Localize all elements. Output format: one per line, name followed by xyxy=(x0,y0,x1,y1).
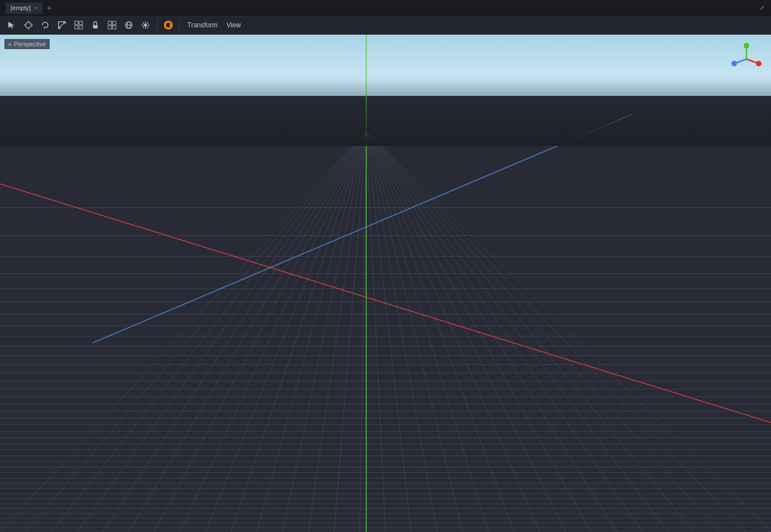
tab-area: [empty] × + xyxy=(4,2,758,14)
perspective-text: Perspective xyxy=(14,41,46,47)
svg-rect-12 xyxy=(108,21,111,25)
title-bar: [empty] × + ⤢ xyxy=(0,0,771,16)
svg-rect-11 xyxy=(93,25,98,28)
lock-button[interactable] xyxy=(88,18,103,32)
horizon-fade xyxy=(0,79,771,146)
orientation-gizmo[interactable]: Z X Y xyxy=(730,42,763,76)
svg-rect-7 xyxy=(75,21,78,25)
svg-line-6 xyxy=(59,22,65,28)
tab-close-button[interactable]: × xyxy=(34,5,37,11)
toolbar-separator-2 xyxy=(179,20,180,31)
title-bar-controls: ⤢ xyxy=(758,3,767,12)
new-tab-button[interactable]: + xyxy=(43,3,55,12)
perspective-label[interactable]: ≡ Perspective xyxy=(4,39,50,49)
perspective-icon: ≡ xyxy=(8,41,12,47)
svg-rect-13 xyxy=(113,21,116,25)
transform-menu-button[interactable]: Transform xyxy=(184,20,221,30)
extra-button[interactable] xyxy=(138,18,153,32)
blender-logo[interactable] xyxy=(162,19,174,31)
viewport[interactable]: ≡ Perspective Z X Y xyxy=(0,35,771,532)
scene-tab[interactable]: [empty] × xyxy=(4,2,43,14)
svg-text:Z: Z xyxy=(732,62,735,66)
svg-rect-15 xyxy=(113,26,116,29)
scale-snap-button[interactable] xyxy=(55,18,69,32)
toolbar: Transform View xyxy=(0,16,771,35)
svg-line-27 xyxy=(147,22,149,24)
snap-tool-button[interactable] xyxy=(21,18,36,32)
svg-point-31 xyxy=(169,24,172,26)
view-menu-button[interactable]: View xyxy=(223,20,244,30)
rotate-snap-button[interactable] xyxy=(38,18,52,32)
svg-text:X: X xyxy=(757,62,759,66)
maximize-button[interactable]: ⤢ xyxy=(758,3,767,12)
grid-button[interactable] xyxy=(71,18,86,32)
svg-point-20 xyxy=(144,24,147,26)
svg-line-26 xyxy=(147,26,149,28)
svg-rect-14 xyxy=(108,26,111,29)
svg-line-25 xyxy=(143,22,144,24)
select-tool-button[interactable] xyxy=(4,18,19,32)
svg-rect-9 xyxy=(75,26,78,29)
global-button[interactable] xyxy=(122,18,136,32)
svg-point-1 xyxy=(26,22,31,28)
tab-label: [empty] xyxy=(11,4,31,11)
toolbar-separator-1 xyxy=(157,20,158,31)
svg-line-28 xyxy=(143,26,144,28)
svg-marker-0 xyxy=(8,22,14,28)
svg-text:Y: Y xyxy=(745,44,748,48)
snap-surface-button[interactable] xyxy=(105,18,119,32)
svg-rect-8 xyxy=(79,21,83,25)
svg-rect-10 xyxy=(79,26,83,29)
